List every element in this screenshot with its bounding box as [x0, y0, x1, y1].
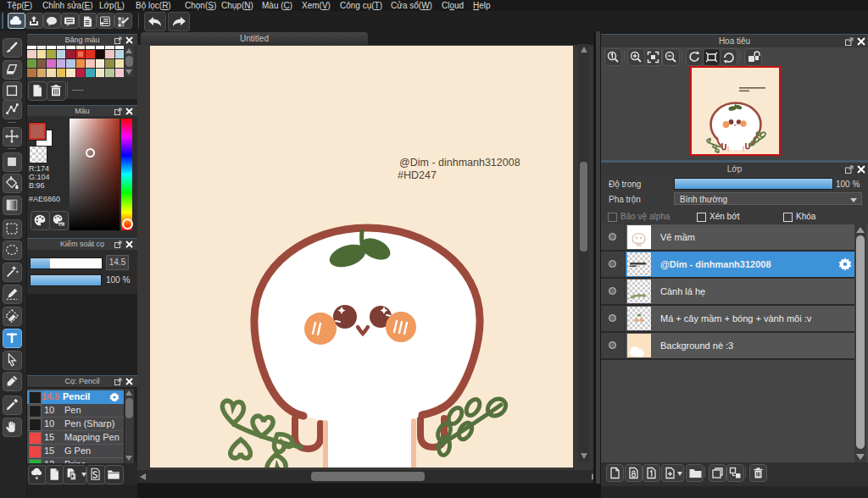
svg-text:#HD247: #HD247 [398, 169, 437, 181]
svg-text:@Dim - dinhmanh312008: @Dim - dinhmanh312008 [399, 157, 520, 169]
